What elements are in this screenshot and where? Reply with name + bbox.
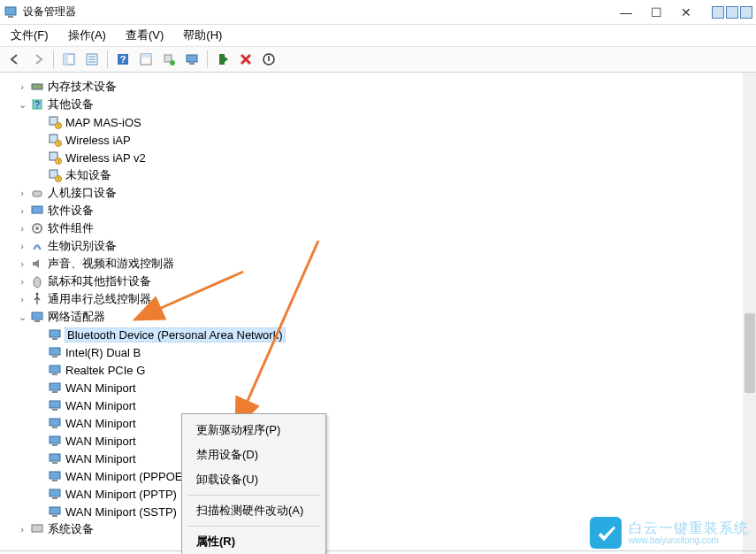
expand-icon[interactable]: › — [16, 81, 28, 92]
collapse-icon[interactable]: ⌄ — [16, 99, 28, 111]
menu-update-driver[interactable]: 更新驱动程序(P) — [184, 418, 324, 442]
svg-rect-58 — [52, 462, 57, 464]
tree-item-wan-miniport[interactable]: WAN Miniport — [7, 396, 743, 414]
tree-item-intel-adapter[interactable]: Intel(R) Dual B — [7, 343, 743, 361]
tree-item-mouse[interactable]: ›鼠标和其他指针设备 — [7, 273, 743, 290]
menu-help[interactable]: 帮助(H) — [179, 26, 225, 45]
window-controls: — ☐ ✕ — [615, 4, 752, 20]
tree-item-other-devices[interactable]: ⌄ ? 其他设备 — [7, 96, 743, 113]
tree-item-biometric[interactable]: ›生物识别设备 — [7, 237, 743, 255]
tree-item-network-adapters[interactable]: ⌄网络适配器 — [7, 308, 743, 326]
svg-rect-52 — [52, 409, 57, 411]
expand-icon[interactable]: › — [16, 294, 28, 304]
enable-device-button[interactable] — [213, 50, 233, 69]
svg-rect-48 — [52, 373, 57, 375]
context-menu: 更新驱动程序(P) 禁用设备(D) 卸载设备(U) 扫描检测硬件改动(A) 属性… — [181, 413, 326, 554]
tree-item-wan-miniport-pptp[interactable]: WAN Miniport (PPTP) — [7, 485, 743, 503]
help-button[interactable]: ? — [113, 50, 133, 69]
svg-rect-54 — [52, 427, 57, 428]
expand-icon[interactable]: › — [16, 276, 28, 287]
toolbar-separator — [107, 50, 108, 68]
adapter-icon — [48, 416, 62, 430]
extra-icon — [740, 6, 752, 19]
tree-item-wan-miniport[interactable]: WAN Miniport — [7, 450, 743, 467]
sound-icon — [30, 257, 44, 271]
tree-item-wan-miniport-pppoe[interactable]: WAN Miniport (PPPOE) — [7, 467, 743, 485]
scrollbar-thumb[interactable] — [745, 313, 755, 393]
system-icon — [30, 522, 44, 536]
svg-point-39 — [34, 277, 41, 288]
vertical-scrollbar[interactable] — [743, 73, 756, 554]
biometric-icon — [30, 239, 44, 253]
software-icon — [30, 204, 44, 218]
tree-item-wan-miniport[interactable]: WAN Miniport — [7, 432, 743, 450]
tree-item-software-components[interactable]: ›软件组件 — [7, 219, 743, 237]
expand-icon[interactable]: › — [16, 524, 28, 535]
app-icon — [4, 5, 18, 19]
tree-item-wan-miniport[interactable]: WAN Miniport — [7, 379, 743, 396]
svg-rect-14 — [187, 55, 197, 62]
forward-button[interactable] — [28, 50, 48, 69]
svg-point-37 — [35, 227, 39, 230]
close-button[interactable]: ✕ — [675, 4, 698, 20]
tree-item-realtek-adapter[interactable]: Realtek PCIe G — [7, 361, 743, 379]
svg-rect-15 — [189, 63, 195, 65]
expand-icon[interactable]: › — [16, 223, 28, 234]
tree-item-wireless-iap[interactable]: !Wireless iAP — [7, 131, 743, 149]
menu-uninstall-device[interactable]: 卸载设备(U) — [184, 467, 324, 492]
scan-hardware-button[interactable] — [159, 50, 179, 69]
tree-item-unknown-device[interactable]: !未知设备 — [7, 166, 743, 184]
svg-rect-64 — [52, 515, 57, 517]
tree-item-map-mas-ios[interactable]: !MAP MAS-iOS — [7, 113, 743, 131]
expand-icon[interactable]: › — [16, 205, 28, 216]
uninstall-device-button[interactable] — [236, 50, 256, 69]
svg-rect-42 — [34, 320, 40, 322]
svg-rect-63 — [50, 507, 60, 514]
properties-button[interactable] — [82, 50, 102, 69]
tree-item-sound[interactable]: ›声音、视频和游戏控制器 — [7, 255, 743, 273]
disable-device-button[interactable] — [259, 50, 279, 69]
unknown-device-icon: ! — [48, 150, 62, 165]
menu-action[interactable]: 操作(A) — [65, 26, 110, 45]
extra-window-icons — [712, 6, 752, 19]
svg-rect-53 — [50, 419, 60, 426]
expand-icon[interactable]: › — [16, 258, 28, 269]
minimize-button[interactable]: — — [615, 4, 638, 20]
network-icon — [30, 310, 44, 324]
action-button[interactable] — [136, 50, 156, 69]
device-tree[interactable]: › 内存技术设备 ⌄ ? 其他设备 !MAP MAS-iOS !Wireless… — [0, 73, 743, 554]
menu-scan-hardware[interactable]: 扫描检测硬件改动(A) — [184, 498, 324, 523]
back-button[interactable] — [5, 50, 25, 69]
expand-icon[interactable]: › — [16, 188, 28, 198]
expand-icon[interactable]: › — [16, 241, 28, 251]
tree-item-software-devices[interactable]: ›软件设备 — [7, 202, 743, 219]
tree-item-wan-miniport[interactable]: WAN Miniport — [7, 414, 743, 432]
unknown-device-icon: ! — [48, 133, 62, 147]
collapse-icon[interactable]: ⌄ — [16, 312, 28, 323]
menu-view[interactable]: 查看(V) — [122, 26, 167, 45]
svg-rect-45 — [50, 348, 60, 355]
tree-item-usb[interactable]: ›通用串行总线控制器 — [7, 290, 743, 308]
svg-rect-12 — [164, 55, 172, 62]
menu-separator — [187, 495, 320, 496]
svg-rect-60 — [52, 480, 57, 481]
tree-item-wireless-iap-v2[interactable]: !Wireless iAP v2 — [7, 149, 743, 166]
menu-properties[interactable]: 属性(R) — [184, 529, 324, 554]
usb-icon — [30, 292, 44, 306]
show-hide-tree-button[interactable] — [59, 50, 79, 69]
tree-item-hid[interactable]: ›人机接口设备 — [7, 184, 743, 202]
maximize-button[interactable]: ☐ — [645, 4, 668, 20]
adapter-icon — [48, 469, 62, 483]
adapter-icon — [48, 345, 62, 359]
menu-file[interactable]: 文件(F) — [7, 26, 52, 45]
svg-rect-57 — [50, 454, 60, 461]
tree-item-bluetooth-pan[interactable]: Bluetooth Device (Personal Area Network) — [7, 326, 743, 343]
tree-item-memory[interactable]: › 内存技术设备 — [7, 78, 743, 96]
watermark: 白云一键重装系统 www.baiyunxitong.com — [590, 517, 749, 549]
svg-rect-1 — [8, 16, 13, 18]
svg-rect-11 — [141, 54, 151, 58]
menu-disable-device[interactable]: 禁用设备(D) — [184, 442, 324, 467]
adapter-icon — [48, 327, 62, 342]
update-driver-button[interactable] — [182, 50, 202, 69]
adapter-icon — [48, 451, 62, 466]
